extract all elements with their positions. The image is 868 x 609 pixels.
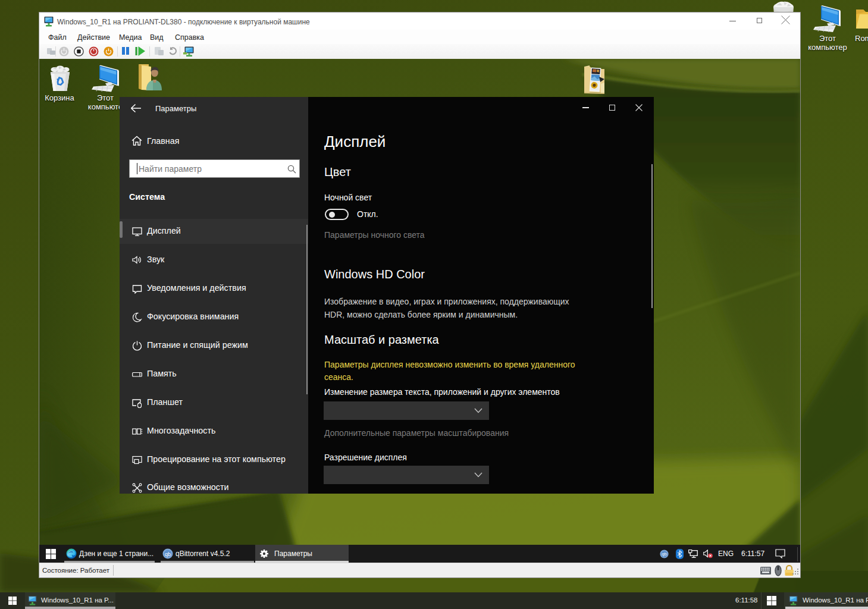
svg-text:qb: qb <box>662 551 666 557</box>
svg-text:qb: qb <box>165 551 171 557</box>
